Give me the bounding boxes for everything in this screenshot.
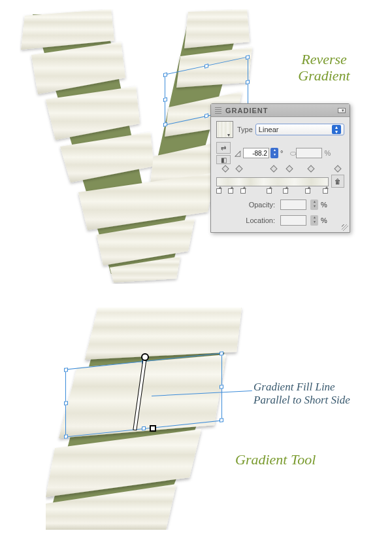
reverse-gradient-button[interactable]: ⇄ xyxy=(216,142,231,154)
stroke-fill-toggle[interactable]: ◧ xyxy=(216,155,231,164)
swatch-dropdown-icon[interactable]: ▾ xyxy=(227,132,234,139)
location-unit: % xyxy=(321,216,327,224)
gradient-annotator-origin[interactable] xyxy=(141,353,149,361)
gradient-panel-title: GRADIENT xyxy=(225,107,338,114)
aspect-unit: % xyxy=(324,149,331,157)
gradient-type-select[interactable]: Linear ▴▾ xyxy=(255,124,344,135)
delete-stop-button[interactable]: 🗑 xyxy=(331,175,344,188)
reverse-label-line2: Gradient xyxy=(298,67,350,84)
aspect-icon: ⬭ xyxy=(290,149,296,158)
gradient-tool-label: Gradient Tool xyxy=(235,451,316,468)
angle-unit: ° xyxy=(280,149,283,157)
panel-flyout-menu-button[interactable] xyxy=(338,108,346,113)
gradient-panel[interactable]: GRADIENT ▾ Type Linear ▴▾ ⇄ ◧ ◿ ° ⬭ % xyxy=(210,103,350,233)
type-label: Type xyxy=(237,126,253,133)
location-label: Location: xyxy=(216,216,275,224)
opacity-label: Opacity: xyxy=(216,201,275,209)
gradient-midpoint-row[interactable] xyxy=(216,168,344,175)
gradient-annotator[interactable] xyxy=(144,357,146,430)
reverse-label-line1: Reverse xyxy=(301,51,347,67)
select-arrows-icon: ▴▾ xyxy=(332,125,341,134)
bottom-illustration xyxy=(46,307,248,530)
angle-stepper[interactable] xyxy=(270,148,278,158)
aspect-input[interactable] xyxy=(296,148,322,158)
reverse-gradient-label: Reverse Gradient xyxy=(278,51,370,84)
gradient-swatch[interactable]: ▾ xyxy=(216,121,233,138)
gradient-type-value: Linear xyxy=(259,126,279,133)
opacity-unit: % xyxy=(321,201,327,209)
location-input[interactable] xyxy=(280,215,306,226)
gradient-slider-track[interactable] xyxy=(216,177,329,186)
angle-input[interactable] xyxy=(243,148,269,158)
opacity-input[interactable] xyxy=(280,199,306,210)
panel-grip-icon xyxy=(215,107,221,114)
svg-marker-1 xyxy=(184,9,250,48)
gradient-annotator-end[interactable] xyxy=(150,425,156,432)
angle-icon: ◿ xyxy=(235,148,240,158)
gradient-panel-titlebar[interactable]: GRADIENT xyxy=(211,104,350,117)
panel-resize-handle[interactable] xyxy=(342,224,348,231)
fill-line-label-1: Gradient Fill Line xyxy=(253,381,335,393)
gradient-stops-row[interactable] xyxy=(216,188,326,194)
gradient-panel-body: ▾ Type Linear ▴▾ ⇄ ◧ ◿ ° ⬭ % xyxy=(211,117,350,232)
svg-marker-12 xyxy=(85,307,242,360)
fill-line-label: Gradient Fill Line Parallel to Short Sid… xyxy=(253,381,378,406)
opacity-stepper[interactable] xyxy=(310,199,318,210)
location-stepper[interactable] xyxy=(310,215,318,226)
fill-line-label-2: Parallel to Short Side xyxy=(253,394,350,406)
